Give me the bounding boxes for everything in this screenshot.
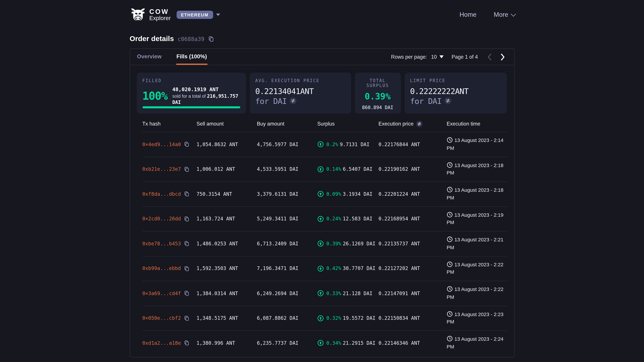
copy-tx-hash-button[interactable] [184, 266, 190, 271]
sell-amount-cell: 1,006.012 ANT [196, 166, 257, 172]
execution-time-text: 13 August 2023 - 2:24 PM [446, 336, 504, 350]
network-badge[interactable]: ETHEREUM [176, 10, 213, 18]
avg-execution-price-value: 0.22134041ANT [255, 87, 345, 96]
total-surplus-label: TOTAL SURPLUS [360, 78, 395, 88]
buy-amount-cell: 4,533.5951 DAI [257, 166, 317, 172]
order-id: c0688a39 [178, 35, 204, 42]
buy-amount-cell: 4,756.5977 DAI [257, 141, 317, 147]
execution-time-cell: 13 August 2023 - 2:24 PM [446, 336, 507, 351]
copy-icon [184, 142, 190, 147]
nav-home-link[interactable]: Home [460, 11, 476, 18]
sell-amount-cell: 1,163.724 ANT [196, 216, 257, 222]
avg-price-unit: for DAI [255, 96, 287, 105]
surplus-up-icon [317, 241, 324, 247]
copy-icon [184, 241, 190, 246]
surplus-amount: 26.1269 DAI [343, 241, 376, 247]
surplus-cell: 0.09% 3.1934 DAI [317, 191, 378, 197]
copy-icon [184, 291, 190, 296]
total-surplus-card: TOTAL SURPLUS 0.39% 860.894 DAI [355, 72, 401, 114]
limit-price-label: LIMIT PRICE [410, 78, 501, 83]
copy-tx-hash-button[interactable] [184, 340, 190, 346]
copy-tx-hash-button[interactable] [184, 191, 190, 197]
sell-amount-cell: 1,592.3503 ANT [196, 266, 257, 271]
execution-price-cell: 0.22190162 ANT [378, 166, 447, 172]
surplus-cell: 0.33% 21.128 DAI [317, 290, 378, 297]
copy-icon [184, 167, 190, 172]
clock-icon [446, 237, 452, 242]
execution-time-cell: 13 August 2023 - 2:18 PM [446, 187, 507, 202]
invert-execution-price-button[interactable] [416, 121, 422, 127]
table-row: 0×050e...cbf2 1,348.5175 ANT 6,087.8862 … [142, 306, 508, 330]
surplus-percent: 0.33% [326, 291, 341, 296]
select-caret-icon [439, 55, 443, 58]
order-details-card: Overview Fills (100%) Rows per page: 10 … [130, 48, 514, 358]
copy-icon [184, 216, 190, 222]
execution-price-cell: 0.22168954 ANT [378, 216, 447, 222]
execution-time-text: 13 August 2023 - 2:21 PM [446, 237, 504, 250]
tx-hash-link[interactable]: 0×3a69...cd4f [142, 291, 181, 296]
execution-time-cell: 13 August 2023 - 2:22 PM [446, 261, 507, 276]
surplus-amount: 9.7131 DAI [340, 141, 370, 147]
sell-amount-cell: 1,348.5175 ANT [196, 315, 257, 321]
clock-icon [446, 336, 452, 342]
tx-hash-link[interactable]: 0xb21e...23e7 [142, 166, 181, 172]
swap-icon [444, 97, 452, 104]
surplus-percent: 0.42% [326, 266, 341, 271]
nav-more-menu[interactable]: More [494, 11, 514, 18]
sell-amount-cell: 1,384.0314 ANT [196, 291, 257, 296]
tx-hash-link[interactable]: 0×050e...cbf2 [142, 315, 181, 321]
surplus-up-icon [317, 266, 324, 272]
surplus-up-icon [317, 166, 324, 172]
surplus-up-icon [317, 216, 324, 222]
buy-amount-cell: 6,249.2694 DAI [257, 291, 317, 296]
surplus-amount: 12.583 DAI [343, 216, 372, 222]
filled-card: FILLED 100% 48,020.1919 ANT sold for a t… [136, 72, 246, 114]
invert-price-button[interactable] [290, 97, 297, 104]
filled-amount: 48,020.1919 ANT [172, 86, 240, 93]
logo-subtitle-text: Explorer [149, 15, 171, 21]
tx-hash-link[interactable]: 0xb99a...ebbd [142, 266, 181, 271]
col-sell-amount: Sell amount [196, 121, 257, 127]
copy-tx-hash-button[interactable] [184, 142, 190, 147]
page-indicator: Page 1 of 4 [452, 54, 478, 60]
copy-tx-hash-button[interactable] [184, 167, 190, 172]
tab-overview[interactable]: Overview [136, 49, 162, 65]
tx-hash-link[interactable]: 0xf8da...dbcd [142, 191, 181, 197]
invert-limit-price-button[interactable] [444, 97, 452, 104]
col-execution-time: Execution time [446, 121, 507, 127]
buy-amount-cell: 7,196.3471 DAI [257, 266, 317, 271]
surplus-up-icon [317, 290, 324, 297]
surplus-cell: 0.24% 12.583 DAI [317, 216, 378, 222]
table-row: 0×4ed9...14a0 1,054.8632 ANT 4,756.5977 … [142, 132, 508, 157]
copy-tx-hash-button[interactable] [184, 316, 190, 321]
execution-time-cell: 13 August 2023 - 2:21 PM [446, 236, 507, 251]
surplus-up-icon [317, 141, 324, 147]
swap-icon [416, 121, 422, 127]
network-selector[interactable]: ETHEREUM [176, 10, 220, 18]
prev-page-button[interactable] [484, 52, 494, 61]
stats-row: FILLED 100% 48,020.1919 ANT sold for a t… [136, 72, 507, 114]
tx-hash-link[interactable]: 0×4ed9...14a0 [142, 141, 181, 147]
clock-icon [446, 286, 452, 292]
execution-time-cell: 13 August 2023 - 2:18 PM [446, 162, 507, 177]
copy-icon [208, 36, 214, 41]
copy-tx-hash-button[interactable] [184, 216, 190, 222]
surplus-up-icon [317, 340, 324, 346]
next-page-button[interactable] [498, 52, 507, 61]
tx-hash-link[interactable]: 0xd1a2...a18e [142, 340, 181, 346]
copy-order-id-button[interactable] [208, 36, 214, 41]
network-caret-icon [216, 13, 220, 16]
cow-explorer-logo[interactable]: COW Explorer [130, 8, 171, 21]
swap-icon [290, 97, 297, 104]
copy-tx-hash-button[interactable] [184, 291, 190, 296]
tx-hash-link[interactable]: 0xbe78...b453 [142, 241, 181, 247]
tab-fills[interactable]: Fills (100%) [176, 49, 208, 65]
rows-per-page-select[interactable]: 10 [431, 54, 444, 60]
sell-amount-cell: 1,054.8632 ANT [196, 141, 257, 147]
execution-price-cell: 0.22201224 ANT [378, 191, 447, 197]
surplus-cell: 0.32% 19.5572 DAI [317, 315, 378, 321]
tx-hash-link[interactable]: 0×2cd0...26dd [142, 216, 181, 222]
execution-time-cell: 13 August 2023 - 2:19 PM [446, 211, 507, 226]
copy-tx-hash-button[interactable] [184, 241, 190, 246]
logo-brand-text: COW [149, 8, 171, 15]
